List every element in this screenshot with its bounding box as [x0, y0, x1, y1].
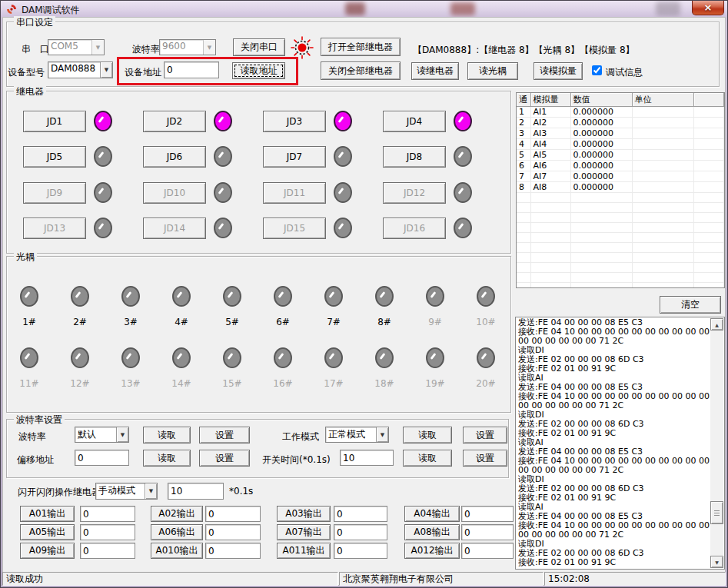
offset-address-input[interactable]: [75, 450, 129, 466]
opto-label-9: 9#: [424, 317, 447, 327]
switch-time-read-button[interactable]: 读取: [403, 450, 452, 467]
opto-led-5: [223, 286, 241, 307]
relay-led-jd13: [94, 218, 112, 238]
table-row-empty: [517, 232, 724, 242]
table-row-empty: [517, 242, 724, 252]
ao2-output-button[interactable]: A02输出: [151, 506, 203, 522]
table-row-empty: [517, 252, 724, 262]
ao5-value-input[interactable]: [80, 524, 135, 540]
ao1-value-input[interactable]: [80, 506, 135, 522]
switch-time-input[interactable]: [340, 450, 394, 466]
relay-button-jd1[interactable]: JD1: [23, 111, 86, 132]
ao10-output-button[interactable]: A010输出: [151, 543, 203, 559]
opto-led-2: [71, 286, 89, 307]
ao11-output-button[interactable]: A011输出: [277, 543, 331, 559]
opto-led-7: [324, 286, 343, 307]
table-row-empty: [517, 212, 724, 222]
ao3-output-button[interactable]: A03输出: [277, 506, 331, 522]
opto-led-13: [121, 347, 140, 368]
ao7-value-input[interactable]: [334, 524, 387, 540]
baudrate-set-button[interactable]: 设置: [199, 427, 250, 443]
opto-label-7: 7#: [322, 317, 345, 327]
relay-led-jd3: [334, 111, 352, 131]
close-button[interactable]: ×: [692, 1, 724, 15]
opto-led-8: [375, 286, 394, 307]
relay-button-jd3[interactable]: JD3: [263, 111, 326, 132]
relay-led-jd4: [454, 111, 472, 131]
relay-button-jd8[interactable]: JD8: [383, 146, 446, 168]
baudrate-combo[interactable]: 默认 ▼: [75, 427, 129, 443]
relay-button-jd6[interactable]: JD6: [143, 146, 206, 168]
address-input[interactable]: [164, 61, 219, 78]
relay-button-jd5[interactable]: JD5: [23, 146, 86, 168]
relay-button-jd12: JD12: [383, 182, 446, 204]
baud-combo: 9600 ▼: [159, 39, 216, 55]
opto-label-12: 12#: [68, 378, 91, 389]
opto-label-17: 17#: [322, 378, 345, 389]
opto-label-13: 13#: [119, 378, 142, 389]
clear-log-button[interactable]: 清空: [660, 296, 721, 314]
offset-address-label: 偏移地址: [17, 453, 54, 467]
relay-button-jd2[interactable]: JD2: [143, 111, 206, 132]
relay-button-jd4[interactable]: JD4: [383, 111, 446, 132]
opto-led-18: [375, 347, 394, 368]
flash-mode-combo[interactable]: 手动模式 ▼: [95, 483, 158, 500]
debug-info-label: 调试信息: [606, 66, 643, 79]
work-mode-set-button[interactable]: 设置: [463, 427, 507, 443]
column-header-unit: 单位: [632, 93, 693, 106]
ao4-output-button[interactable]: A04输出: [404, 506, 460, 522]
ao12-value-input[interactable]: [461, 543, 514, 559]
close-port-button[interactable]: 关闭串口: [233, 38, 285, 56]
opto-led-4: [172, 286, 191, 307]
relay-led-jd8: [454, 146, 472, 167]
column-header-analog: 模拟量: [530, 93, 570, 106]
scroll-down-icon[interactable]: ▼: [710, 556, 723, 568]
relay-button-jd7[interactable]: JD7: [263, 146, 326, 168]
read-relay-button[interactable]: 读继电器: [411, 62, 459, 80]
ao8-value-input[interactable]: [461, 524, 514, 540]
open-all-relays-button[interactable]: 打开全部继电器: [321, 38, 401, 56]
table-row-empty: [517, 282, 724, 288]
status-message: 读取成功: [2, 572, 338, 586]
ao10-value-input[interactable]: [205, 543, 261, 559]
relay-button-jd15: JD15: [263, 218, 326, 239]
offset-set-button[interactable]: 设置: [199, 450, 250, 467]
debug-info-checkbox[interactable]: [592, 65, 602, 75]
relay-led-jd12: [454, 182, 472, 203]
offset-read-button[interactable]: 读取: [143, 450, 191, 467]
opto-led-17: [324, 347, 343, 368]
read-address-button[interactable]: 读取地址: [232, 62, 285, 79]
ao9-value-input[interactable]: [80, 543, 135, 559]
ao2-value-input[interactable]: [205, 506, 261, 522]
read-analog-button[interactable]: 读模拟量: [534, 62, 583, 80]
scroll-up-icon[interactable]: ▲: [710, 318, 723, 331]
work-mode-combo[interactable]: 正常模式 ▼: [325, 427, 389, 443]
flash-time-input[interactable]: [168, 483, 224, 500]
serial-group-title: 串口设定: [14, 16, 55, 29]
ao5-output-button[interactable]: A05输出: [20, 524, 75, 540]
opto-led-20: [477, 347, 495, 368]
ao6-output-button[interactable]: A06输出: [151, 524, 203, 540]
opto-led-3: [121, 286, 140, 307]
ao3-value-input[interactable]: [334, 506, 387, 522]
ao1-output-button[interactable]: A01输出: [20, 506, 75, 522]
log-scrollbar[interactable]: ▲ ▼: [710, 318, 723, 568]
status-company: 北京聚英翱翔电子有限公司: [339, 572, 544, 586]
model-combo[interactable]: DAM0888 ▼: [48, 61, 113, 78]
baudrate-read-button[interactable]: 读取: [143, 427, 191, 443]
ao7-output-button[interactable]: A07输出: [277, 524, 331, 540]
relay-led-jd6: [214, 146, 232, 167]
read-opto-button[interactable]: 读光耦: [467, 62, 518, 80]
ao6-value-input[interactable]: [205, 524, 261, 540]
ao11-value-input[interactable]: [334, 543, 387, 559]
ao8-output-button[interactable]: A08输出: [404, 524, 460, 540]
ao4-value-input[interactable]: [461, 506, 514, 522]
close-all-relays-button[interactable]: 关闭全部继电器: [321, 61, 401, 80]
relay-led-jd7: [334, 146, 352, 167]
work-mode-read-button[interactable]: 读取: [403, 427, 452, 443]
ao9-output-button[interactable]: A09输出: [20, 543, 75, 559]
opto-group: 光耦: [6, 256, 511, 413]
switch-time-set-button[interactable]: 设置: [463, 450, 507, 467]
ao12-output-button[interactable]: A012输出: [404, 543, 460, 559]
scrollbar-thumb[interactable]: [710, 501, 723, 524]
